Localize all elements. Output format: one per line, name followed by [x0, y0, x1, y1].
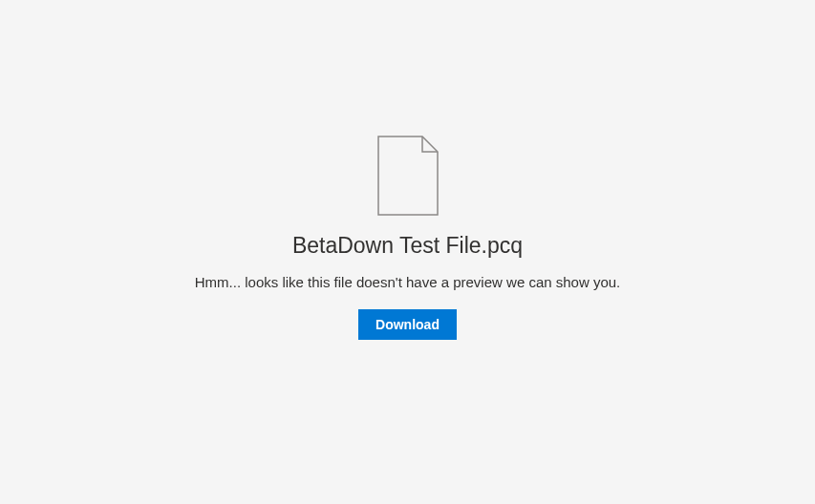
download-button[interactable]: Download [358, 309, 457, 340]
no-preview-message: Hmm... looks like this file doesn't have… [195, 274, 621, 290]
file-name: BetaDown Test File.pcq [292, 233, 523, 259]
no-preview-panel: BetaDown Test File.pcq Hmm... looks like… [195, 136, 621, 340]
file-icon [377, 136, 439, 220]
